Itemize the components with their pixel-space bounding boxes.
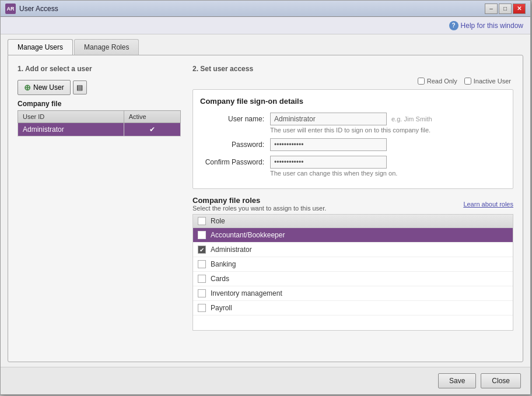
col-header-userid: User ID <box>18 111 124 123</box>
username-hint: The user will enter this ID to sign on t… <box>270 127 506 134</box>
confirm-password-field-group: The user can change this when they sign … <box>270 156 506 177</box>
password-hint: The user can change this when they sign … <box>270 170 506 177</box>
maximize-button[interactable]: □ <box>499 3 512 14</box>
right-panel: 2. Set user access Read Only Inactive Us… <box>192 65 513 352</box>
options-icon: ▤ <box>76 83 83 92</box>
new-user-button[interactable]: ⊕ New User <box>18 80 71 95</box>
roles-list[interactable]: Role Accountant/Bookkeeper ✔ Administrat… <box>192 214 513 331</box>
roles-subtitle: Select the roles you want to assign to t… <box>192 205 326 212</box>
username-field-group: e.g. Jim Smith The user will enter this … <box>270 113 506 134</box>
top-checkboxes: Read Only Inactive User <box>192 78 513 85</box>
set-user-access-title: 2. Set user access <box>192 65 513 73</box>
list-item[interactable]: Inventory management <box>193 286 513 301</box>
roles-header: Company file roles Select the roles you … <box>192 196 513 212</box>
add-select-user-title: 1. Add or select a user <box>18 65 181 73</box>
password-row: Password: <box>200 138 506 151</box>
user-active-cell: ✔ <box>124 123 180 136</box>
new-user-bar: ⊕ New User ▤ <box>18 80 181 95</box>
checkmark-icon: ✔ <box>149 125 155 134</box>
role-checkbox <box>198 275 206 283</box>
roles-list-header: Role <box>193 215 513 228</box>
user-table: User ID Active Administrator ✔ <box>18 110 181 136</box>
help-bar: ? Help for this window <box>1 17 530 34</box>
window-controls: – □ ✕ <box>485 3 526 14</box>
close-window-button[interactable]: ✕ <box>513 3 526 14</box>
role-checkbox <box>198 289 206 297</box>
help-icon: ? <box>449 21 459 30</box>
main-window: AR User Access – □ ✕ ? Help for this win… <box>0 0 531 395</box>
company-file-label: Company file <box>18 100 181 108</box>
role-name: Inventory management <box>211 289 282 297</box>
confirm-password-input[interactable] <box>270 156 387 169</box>
left-panel: 1. Add or select a user ⊕ New User ▤ Com… <box>18 65 181 352</box>
read-only-checkbox[interactable] <box>418 78 425 85</box>
inactive-user-checkbox-label[interactable]: Inactive User <box>464 78 511 85</box>
username-label: User name: <box>200 113 270 123</box>
user-options-button[interactable]: ▤ <box>73 80 87 94</box>
roles-title: Company file roles <box>192 196 326 205</box>
username-placeholder-hint: e.g. Jim Smith <box>391 115 432 122</box>
role-checkbox <box>198 231 206 239</box>
bottom-buttons: Save Close <box>1 367 530 394</box>
user-id-cell: Administrator <box>18 123 124 136</box>
password-input[interactable] <box>270 138 387 151</box>
roles-title-group: Company file roles Select the roles you … <box>192 196 326 212</box>
roles-section: Company file roles Select the roles you … <box>192 196 513 352</box>
title-bar: AR User Access – □ ✕ <box>1 1 530 17</box>
tab-manage-users[interactable]: Manage Users <box>8 39 73 55</box>
window-title: User Access <box>19 5 485 13</box>
list-item[interactable]: Banking <box>193 257 513 272</box>
help-link[interactable]: ? Help for this window <box>449 21 523 30</box>
role-name: Payroll <box>211 304 232 312</box>
list-item[interactable]: Payroll <box>193 301 513 316</box>
role-name: Administrator <box>211 246 252 254</box>
content-area: Manage Users Manage Roles 1. Add or sele… <box>1 34 530 367</box>
username-input-row: e.g. Jim Smith <box>270 113 506 125</box>
username-input[interactable] <box>270 113 387 125</box>
tab-bar: Manage Users Manage Roles <box>8 39 523 55</box>
sign-on-section: Company file sign-on details User name: … <box>192 89 513 189</box>
role-name: Accountant/Bookkeeper <box>211 231 285 239</box>
list-item[interactable]: Cards <box>193 272 513 286</box>
inactive-user-checkbox[interactable] <box>464 78 471 85</box>
password-field-group <box>270 138 506 151</box>
list-item[interactable]: ✔ Administrator <box>193 243 513 257</box>
tab-manage-roles[interactable]: Manage Roles <box>74 39 139 55</box>
role-header-checkbox <box>198 217 206 225</box>
username-row: User name: e.g. Jim Smith The user will … <box>200 113 506 134</box>
read-only-checkbox-label[interactable]: Read Only <box>418 78 457 85</box>
plus-icon: ⊕ <box>24 83 31 92</box>
learn-about-roles-link[interactable]: Learn about roles <box>463 201 513 208</box>
table-row[interactable]: Administrator ✔ <box>18 123 181 136</box>
minimize-button[interactable]: – <box>485 3 498 14</box>
close-button[interactable]: Close <box>481 373 521 388</box>
role-checkbox <box>198 260 206 268</box>
list-item[interactable]: Accountant/Bookkeeper <box>193 228 513 243</box>
sign-on-title: Company file sign-on details <box>200 97 506 106</box>
role-name: Banking <box>211 260 236 268</box>
confirm-password-row: Confirm Password: The user can change th… <box>200 156 506 177</box>
app-icon: AR <box>5 3 16 14</box>
role-name: Cards <box>211 275 229 283</box>
confirm-password-label: Confirm Password: <box>200 156 270 166</box>
save-button[interactable]: Save <box>438 373 476 388</box>
password-label: Password: <box>200 138 270 149</box>
main-panel: 1. Add or select a user ⊕ New User ▤ Com… <box>8 55 523 362</box>
role-checkbox: ✔ <box>198 246 206 254</box>
col-header-active: Active <box>124 111 180 123</box>
role-checkbox <box>198 304 206 312</box>
